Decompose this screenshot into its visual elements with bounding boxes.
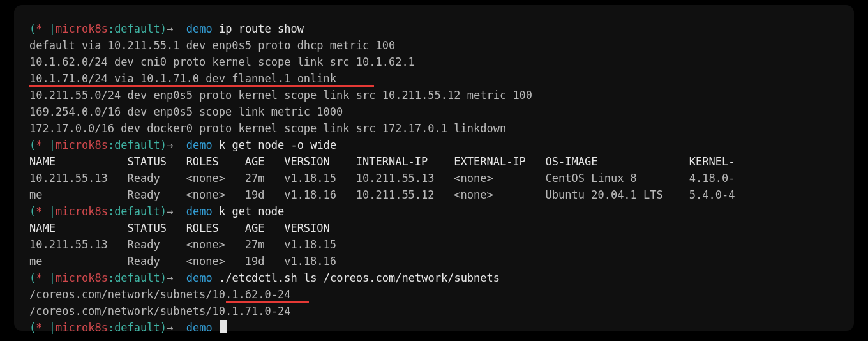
prompt-star: * bbox=[36, 22, 49, 35]
prompt-line: (* |microk8s:default)→ demo ./etcdctl.sh… bbox=[29, 269, 839, 286]
prompt-star: * bbox=[36, 321, 49, 334]
cursor-block bbox=[220, 320, 227, 333]
prompt-star: * bbox=[36, 271, 49, 284]
prompt-open: ( bbox=[29, 22, 36, 35]
prompt-arrow: → bbox=[167, 205, 186, 218]
k8s-context: microk8s bbox=[56, 205, 108, 218]
annotation-underline bbox=[226, 301, 309, 303]
prompt-line: (* |microk8s:default)→ demo k get node bbox=[29, 203, 839, 220]
prompt-bar: | bbox=[49, 321, 56, 334]
output-line: 172.17.0.0/16 dev docker0 proto kernel s… bbox=[29, 120, 839, 137]
prompt-arrow: → bbox=[167, 22, 186, 35]
command-text[interactable] bbox=[213, 321, 219, 334]
prompt-demo: demo bbox=[186, 205, 213, 218]
command-text: ip route show bbox=[213, 22, 304, 35]
k8s-namespace: default bbox=[114, 321, 160, 334]
k8s-namespace: default bbox=[114, 205, 160, 218]
prompt-arrow: → bbox=[167, 321, 186, 334]
prompt-colon: : bbox=[108, 22, 114, 35]
prompt-bar: | bbox=[49, 205, 56, 218]
output-line: /coreos.com/network/subnets/10.1.62.0-24 bbox=[29, 286, 839, 303]
k8s-namespace: default bbox=[114, 271, 160, 284]
annotation-underline bbox=[29, 85, 374, 87]
prompt-arrow: → bbox=[167, 271, 186, 284]
k8s-context: microk8s bbox=[56, 321, 108, 334]
prompt-colon: : bbox=[108, 321, 114, 334]
table-row: me Ready <none> 19d v1.18.16 10.211.55.1… bbox=[29, 186, 839, 203]
output-line-highlighted: /coreos.com/network/subnets/10.1.71.0-24 bbox=[29, 303, 839, 319]
prompt-line-active[interactable]: (* |microk8s:default)→ demo bbox=[29, 319, 839, 336]
prompt-line: (* |microk8s:default)→ demo k get node -… bbox=[29, 137, 839, 153]
k8s-namespace: default bbox=[114, 22, 160, 35]
prompt-open: ( bbox=[29, 321, 36, 334]
prompt-arrow: → bbox=[167, 139, 186, 151]
command-text: k get node -o wide bbox=[213, 139, 336, 151]
prompt-close: ) bbox=[160, 271, 167, 284]
prompt-open: ( bbox=[29, 271, 36, 284]
k8s-context: microk8s bbox=[56, 139, 108, 151]
table-row: 10.211.55.13 Ready <none> 27m v1.18.15 1… bbox=[29, 170, 839, 186]
prompt-demo: demo bbox=[186, 139, 213, 151]
k8s-context: microk8s bbox=[56, 271, 108, 284]
prompt-demo: demo bbox=[186, 271, 213, 284]
prompt-colon: : bbox=[108, 139, 114, 151]
prompt-bar: | bbox=[49, 139, 56, 151]
prompt-colon: : bbox=[108, 271, 114, 284]
command-text: k get node bbox=[213, 205, 285, 218]
prompt-line: (* |microk8s:default)→ demo ip route sho… bbox=[29, 20, 839, 37]
prompt-open: ( bbox=[29, 139, 36, 151]
output-line: 10.211.55.0/24 dev enp0s5 proto kernel s… bbox=[29, 87, 839, 103]
prompt-close: ) bbox=[160, 139, 167, 151]
prompt-demo: demo bbox=[186, 22, 213, 35]
output-line: 10.1.62.0/24 dev cni0 proto kernel scope… bbox=[29, 54, 839, 70]
prompt-close: ) bbox=[160, 321, 167, 334]
command-text: ./etcdctl.sh ls /coreos.com/network/subn… bbox=[213, 271, 500, 284]
k8s-namespace: default bbox=[114, 139, 160, 151]
prompt-star: * bbox=[36, 139, 49, 151]
output-line: default via 10.211.55.1 dev enp0s5 proto… bbox=[29, 37, 839, 54]
prompt-bar: | bbox=[49, 22, 56, 35]
table-row: 10.211.55.13 Ready <none> 27m v1.18.15 bbox=[29, 236, 839, 253]
prompt-bar: | bbox=[49, 271, 56, 284]
table-row: me Ready <none> 19d v1.18.16 bbox=[29, 253, 839, 269]
prompt-demo: demo bbox=[186, 321, 213, 334]
prompt-open: ( bbox=[29, 205, 36, 218]
table-header: NAME STATUS ROLES AGE VERSION bbox=[29, 220, 839, 236]
prompt-close: ) bbox=[160, 205, 167, 218]
output-line: 169.254.0.0/16 dev enp0s5 scope link met… bbox=[29, 103, 839, 120]
table-header: NAME STATUS ROLES AGE VERSION INTERNAL-I… bbox=[29, 153, 839, 170]
prompt-close: ) bbox=[160, 22, 167, 35]
k8s-context: microk8s bbox=[56, 22, 108, 35]
prompt-star: * bbox=[36, 205, 49, 218]
terminal-window[interactable]: (* |microk8s:default)→ demo ip route sho… bbox=[14, 5, 854, 331]
prompt-colon: : bbox=[108, 205, 114, 218]
